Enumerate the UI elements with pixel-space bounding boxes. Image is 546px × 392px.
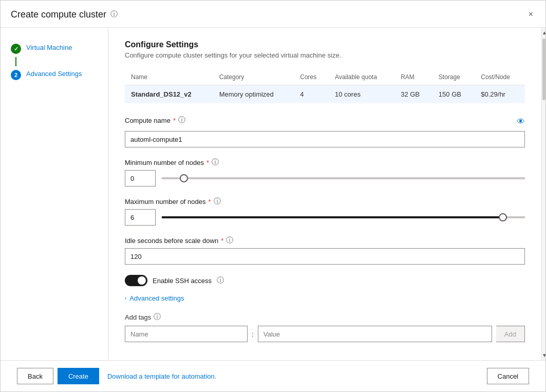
col-name: Name — [125, 69, 213, 85]
info-icon[interactable]: ⓘ — [110, 10, 118, 19]
min-nodes-input[interactable] — [125, 170, 156, 186]
compute-name-group: Compute name * ⓘ 👁 — [125, 116, 525, 147]
col-cores: Cores — [294, 69, 329, 85]
min-nodes-slider[interactable] — [162, 177, 525, 179]
max-nodes-input[interactable] — [125, 209, 156, 226]
advanced-settings-label: Advanced settings — [129, 294, 184, 302]
col-storage: Storage — [432, 69, 475, 85]
scroll-up-arrow[interactable]: ▲ — [542, 28, 545, 38]
compute-name-label-row: Compute name * ⓘ 👁 — [125, 116, 525, 128]
dialog-title: Create compute cluster — [11, 9, 106, 20]
tags-value-input[interactable] — [258, 326, 492, 342]
step-indicator-1: ✓ — [11, 44, 21, 54]
col-category: Category — [213, 69, 294, 85]
required-star-1: * — [173, 117, 176, 124]
cell-name: Standard_DS12_v2 — [125, 85, 213, 104]
tags-row: : Add — [125, 326, 525, 342]
right-scrollbar: ▲ ▼ — [541, 28, 545, 360]
advanced-settings-expandable[interactable]: › Advanced settings — [125, 294, 525, 302]
cell-storage: 150 GB — [432, 85, 475, 104]
max-nodes-group: Maximum number of nodes * ⓘ — [125, 197, 525, 226]
idle-seconds-label: Idle seconds before scale down * ⓘ — [125, 236, 525, 245]
idle-seconds-group: Idle seconds before scale down * ⓘ — [125, 236, 525, 265]
dialog-header: Create compute cluster ⓘ × — [1, 1, 545, 28]
max-nodes-slider[interactable] — [162, 216, 525, 218]
dialog-footer: Back Create Download a template for auto… — [1, 360, 545, 391]
sidebar: ✓ Virtual Machine 2 Advanced Settings — [1, 28, 108, 360]
close-icon[interactable]: × — [526, 8, 535, 21]
min-nodes-group: Minimum number of nodes * ⓘ — [125, 158, 525, 186]
max-nodes-info-icon[interactable]: ⓘ — [214, 197, 221, 206]
sidebar-label-vm: Virtual Machine — [26, 43, 72, 52]
max-nodes-label: Maximum number of nodes * ⓘ — [125, 197, 525, 206]
add-tags-label: Add tags ⓘ — [125, 312, 525, 322]
min-nodes-label: Minimum number of nodes * ⓘ — [125, 158, 525, 167]
sidebar-item-virtual-machine[interactable]: ✓ Virtual Machine — [1, 40, 108, 57]
chevron-right-icon: › — [125, 295, 126, 301]
automation-link[interactable]: Download a template for automation. — [107, 372, 216, 380]
dialog-container: Create compute cluster ⓘ × ✓ Virtual Mac… — [0, 0, 546, 392]
col-quota: Available quota — [329, 69, 394, 85]
scroll-down-arrow[interactable]: ▼ — [542, 350, 545, 360]
sidebar-label-advanced: Advanced Settings — [26, 69, 82, 79]
scroll-thumb[interactable] — [542, 39, 545, 100]
cell-ram: 32 GB — [394, 85, 432, 104]
back-button[interactable]: Back — [17, 368, 53, 384]
ssh-toggle-switch[interactable] — [125, 275, 147, 286]
add-tags-group: Add tags ⓘ : Add — [125, 312, 525, 342]
main-content: Configure Settings Configure compute clu… — [108, 28, 541, 360]
ssh-toggle-label: Enable SSH access — [153, 277, 212, 285]
dialog-body: ✓ Virtual Machine 2 Advanced Settings Co… — [1, 28, 545, 360]
compute-name-input[interactable] — [125, 131, 525, 147]
ssh-info-icon[interactable]: ⓘ — [217, 276, 224, 285]
vm-table: Name Category Cores Available quota RAM … — [125, 69, 525, 103]
cell-cost: $0.29/hr — [475, 85, 525, 104]
tags-add-button[interactable]: Add — [496, 326, 525, 342]
tags-name-input[interactable] — [125, 326, 248, 342]
create-button[interactable]: Create — [58, 368, 99, 384]
col-cost: Cost/Node — [475, 69, 525, 85]
compute-name-label: Compute name * ⓘ — [125, 116, 185, 125]
section-subtitle: Configure compute cluster settings for y… — [125, 51, 525, 59]
sidebar-item-advanced-settings[interactable]: 2 Advanced Settings — [1, 66, 108, 83]
required-star-2: * — [206, 159, 209, 166]
cell-cores: 4 — [294, 85, 329, 104]
col-ram: RAM — [394, 69, 432, 85]
min-nodes-slider-row — [125, 170, 525, 186]
ssh-toggle-row: Enable SSH access ⓘ — [125, 275, 525, 286]
dialog-title-row: Create compute cluster ⓘ — [11, 9, 118, 20]
cell-quota: 10 cores — [329, 85, 394, 104]
step-indicator-2: 2 — [11, 70, 21, 80]
step-connector — [15, 57, 16, 66]
max-nodes-slider-row — [125, 209, 525, 226]
tags-colon: : — [248, 330, 258, 338]
table-row[interactable]: Standard_DS12_v2 Memory optimized 4 10 c… — [125, 85, 525, 104]
cancel-button[interactable]: Cancel — [487, 368, 529, 384]
min-nodes-info-icon[interactable]: ⓘ — [212, 158, 219, 167]
tags-info-icon[interactable]: ⓘ — [154, 312, 161, 322]
eye-icon[interactable]: 👁 — [517, 117, 525, 126]
section-title: Configure Settings — [125, 40, 525, 49]
required-star-3: * — [209, 198, 211, 206]
compute-name-info-icon[interactable]: ⓘ — [178, 116, 185, 125]
idle-seconds-input[interactable] — [125, 248, 525, 265]
idle-info-icon[interactable]: ⓘ — [226, 236, 233, 245]
toggle-slider — [125, 275, 147, 286]
required-star-4: * — [221, 237, 223, 245]
cell-category: Memory optimized — [213, 85, 294, 104]
